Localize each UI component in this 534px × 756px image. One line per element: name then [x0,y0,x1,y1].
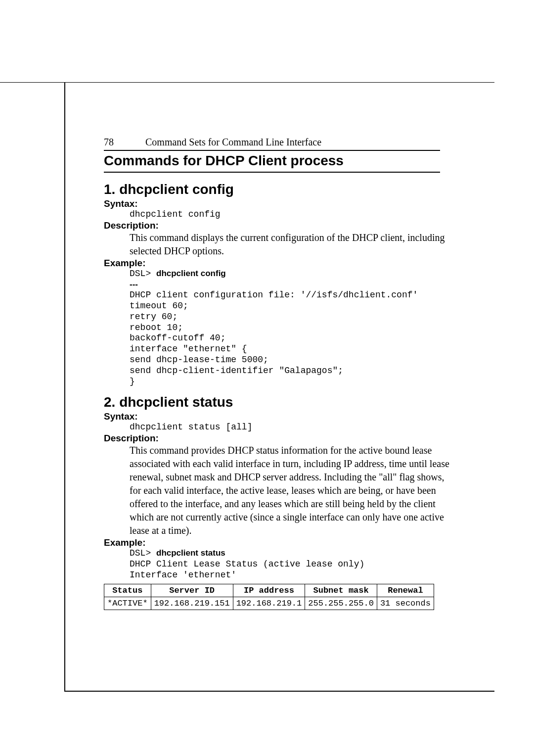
cmd1-syntax: dhcpclient config [130,209,475,220]
cmd1-description: This command displays the current config… [130,231,455,258]
cmd2-example-label: Example: [104,537,475,548]
cmd1-example-l8: } [130,377,475,387]
bottom-rule [64,691,494,692]
cmd1-example-cmd: dhcpclient config [156,269,226,278]
header-rule [104,150,440,151]
cmd1-title: 1. dhcpclient config [104,182,475,197]
cmd1-example-l3: reboot 10; [130,323,475,333]
cmd1-example-l1: timeout 60; [130,301,475,312]
cmd2-syntax-label: Syntax: [104,411,475,422]
cmd2-syntax: dhcpclient status [all] [130,422,475,433]
th-subnet-mask: Subnet mask [305,584,377,597]
table-row: *ACTIVE* 192.168.219.151 192.168.219.1 2… [104,597,434,610]
cmd1-example-l7: send dhcp-client-identifier "Galapagos"; [130,366,475,377]
cmd1-example-sep: --- [130,280,475,290]
cmd1-description-label: Description: [104,220,475,231]
cmd2-description-label: Description: [104,433,475,444]
cmd2-title: 2. dhcpclient status [104,394,475,410]
td-ip-address: 192.168.219.1 [233,597,305,610]
header-row: 78 Command Sets for Command Line Interfa… [104,137,475,148]
cmd2-description: This command provides DHCP status inform… [130,444,455,537]
td-renewal: 31 seconds [377,597,434,610]
th-renewal: Renewal [377,584,434,597]
table-header-row: Status Server ID IP address Subnet mask … [104,584,434,597]
th-status: Status [104,584,151,597]
th-server-id: Server ID [151,584,233,597]
cmd1-example-label: Example: [104,258,475,269]
cmd1-example-l2: retry 60; [130,312,475,323]
header-title: Command Sets for Command Line Interface [145,137,321,147]
page-area: 78 Command Sets for Command Line Interfa… [64,82,494,691]
cmd2-example-l1: Interface 'ethernet' [130,570,475,581]
cmd2-example-cmd: dhcpclient status [156,548,225,558]
cmd1-example-l5: interface "ethernet" { [130,344,475,355]
td-subnet-mask: 255.255.255.0 [305,597,377,610]
section-title: Commands for DHCP Client process [104,153,475,169]
content: 78 Command Sets for Command Line Interfa… [64,82,494,625]
cmd2-example-line1: DSL> dhcpclient status [130,548,475,559]
section-rule [104,172,440,173]
cmd2-example-l0: DHCP Client Lease Status (active lease o… [130,559,475,570]
cmd1-example-line1: DSL> dhcpclient config [130,269,475,280]
cmd2-example-prompt: DSL> [130,548,156,558]
th-ip-address: IP address [233,584,305,597]
td-status: *ACTIVE* [104,597,151,610]
cmd1-example-l6: send dhcp-lease-time 5000; [130,355,475,366]
td-server-id: 192.168.219.151 [151,597,233,610]
cmd1-example-l4: backoff-cutoff 40; [130,333,475,344]
cmd1-example-prompt: DSL> [130,269,156,279]
cmd1-example-l0: DHCP client configuration file: '//isfs/… [130,290,475,301]
page-number: 78 [104,137,143,148]
cmd1-syntax-label: Syntax: [104,198,475,209]
lease-table: Status Server ID IP address Subnet mask … [104,584,434,610]
